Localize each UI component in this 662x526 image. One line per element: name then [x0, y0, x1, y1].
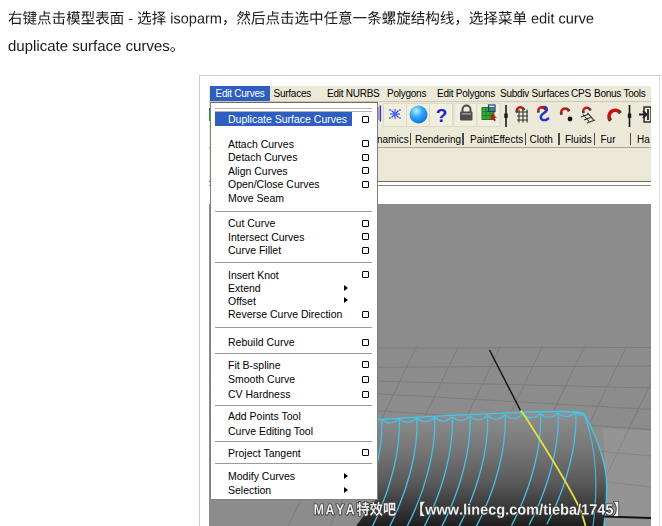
svg-text:?: ?	[436, 105, 448, 126]
